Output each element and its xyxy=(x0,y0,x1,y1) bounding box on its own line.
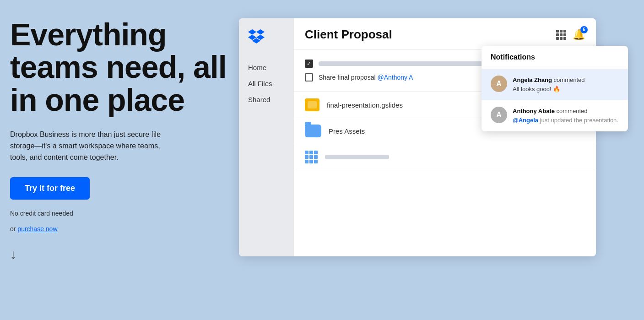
sidebar-item-home[interactable]: Home xyxy=(248,64,285,71)
notification-badge: 6 xyxy=(580,26,588,33)
task-mention: @Anthony A xyxy=(377,74,413,81)
dropbox-logo-icon xyxy=(248,29,285,47)
content-header: Client Proposal xyxy=(294,18,596,49)
grid-file-icon xyxy=(305,151,318,163)
notifications-panel: Notifications A Angela Zhang commented A… xyxy=(482,46,628,131)
slides-file-icon xyxy=(305,98,319,111)
file-item-grid[interactable] xyxy=(294,144,596,170)
notifications-header: Notifications xyxy=(482,46,628,69)
sidebar-item-all-files[interactable]: All Files xyxy=(248,80,285,87)
task-checkbox-1[interactable] xyxy=(305,60,313,68)
content-title: Client Proposal xyxy=(305,27,392,42)
task-text-2: Share final proposal @Anthony A xyxy=(319,74,413,81)
notification-item-2: A Anthony Abate commented @Angela just u… xyxy=(482,100,628,131)
sidebar-nav: Home All Files Shared xyxy=(248,64,285,103)
file-name-bar xyxy=(325,155,389,159)
header-icons: 🔔 6 xyxy=(556,29,585,41)
try-free-button[interactable]: Try it for free xyxy=(10,177,90,200)
notif-avatar-2: A xyxy=(491,107,507,123)
file-name-slides: final-presentation.gslides xyxy=(327,101,403,109)
or-purchase-text: or purchase now xyxy=(10,225,230,233)
notif-text-1: Angela Zhang commented All looks good! 🔥 xyxy=(513,76,585,93)
grid-apps-icon[interactable] xyxy=(556,30,566,40)
file-name-folder: Pres Assets xyxy=(329,127,365,135)
notif-avatar-1: A xyxy=(491,76,507,92)
down-arrow-icon: ↓ xyxy=(10,247,230,262)
sidebar-item-shared[interactable]: Shared xyxy=(248,96,285,103)
bell-notification-icon[interactable]: 🔔 6 xyxy=(573,29,585,41)
app-sidebar: Home All Files Shared xyxy=(239,18,294,256)
purchase-now-link[interactable]: purchase now xyxy=(17,225,57,233)
notif-text-2: Anthony Abate commented @Angela just upd… xyxy=(513,107,618,125)
notification-item-1: A Angela Zhang commented All looks good!… xyxy=(482,69,628,100)
no-credit-label: No credit card needed xyxy=(10,210,230,217)
folder-file-icon xyxy=(305,125,321,137)
page-subtext: Dropbox Business is more than just secur… xyxy=(10,129,179,163)
page-headline: Everything teams need, all in one place xyxy=(10,18,230,116)
task-checkbox-2[interactable] xyxy=(305,73,313,81)
